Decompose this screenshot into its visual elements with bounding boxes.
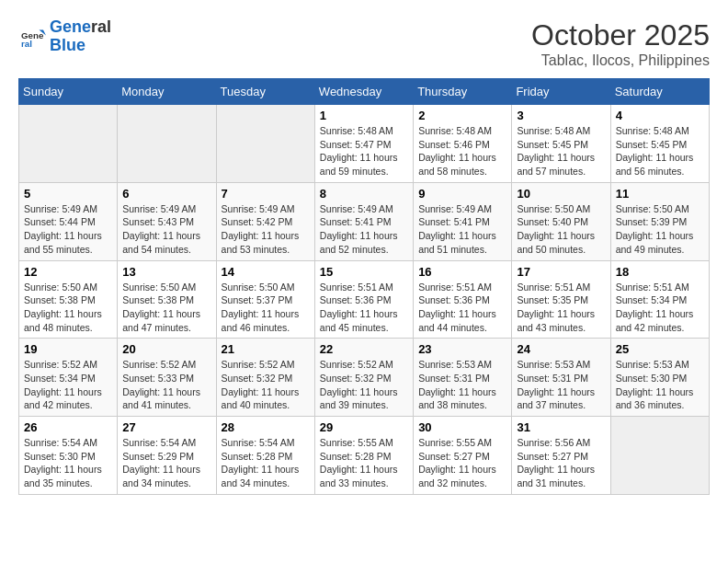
day-info: Sunrise: 5:50 AM Sunset: 5:38 PM Dayligh… — [122, 281, 210, 335]
calendar-cell: 16Sunrise: 5:51 AM Sunset: 5:36 PM Dayli… — [414, 260, 512, 339]
calendar-cell — [216, 105, 314, 183]
day-info: Sunrise: 5:51 AM Sunset: 5:36 PM Dayligh… — [418, 281, 506, 335]
day-number: 4 — [616, 109, 704, 122]
calendar-cell: 13Sunrise: 5:50 AM Sunset: 5:38 PM Dayli… — [118, 260, 216, 339]
day-info: Sunrise: 5:53 AM Sunset: 5:31 PM Dayligh… — [418, 358, 506, 412]
calendar-cell: 26Sunrise: 5:54 AM Sunset: 5:30 PM Dayli… — [19, 417, 118, 495]
calendar-cell: 7Sunrise: 5:49 AM Sunset: 5:42 PM Daylig… — [216, 182, 314, 260]
calendar-cell: 22Sunrise: 5:52 AM Sunset: 5:32 PM Dayli… — [314, 339, 413, 417]
day-info: Sunrise: 5:52 AM Sunset: 5:32 PM Dayligh… — [222, 358, 310, 412]
day-info: Sunrise: 5:50 AM Sunset: 5:38 PM Dayligh… — [24, 281, 112, 335]
day-info: Sunrise: 5:49 AM Sunset: 5:43 PM Dayligh… — [122, 202, 210, 257]
day-info: Sunrise: 5:50 AM Sunset: 5:37 PM Dayligh… — [222, 281, 310, 335]
calendar-cell — [118, 105, 216, 183]
logo-line2: Blue — [50, 37, 111, 55]
dow-header-friday: Friday — [512, 79, 610, 105]
calendar-cell: 28Sunrise: 5:54 AM Sunset: 5:28 PM Dayli… — [216, 417, 314, 495]
calendar-cell: 29Sunrise: 5:55 AM Sunset: 5:28 PM Dayli… — [314, 417, 413, 495]
day-number: 15 — [320, 265, 408, 279]
calendar-cell: 14Sunrise: 5:50 AM Sunset: 5:37 PM Dayli… — [216, 260, 314, 339]
svg-text:ral: ral — [21, 39, 32, 49]
day-info: Sunrise: 5:52 AM Sunset: 5:33 PM Dayligh… — [122, 358, 210, 412]
day-info: Sunrise: 5:50 AM Sunset: 5:40 PM Dayligh… — [517, 202, 605, 257]
location-subtitle: Tablac, Ilocos, Philippines — [531, 52, 710, 69]
day-number: 23 — [418, 342, 506, 356]
day-number: 7 — [222, 187, 310, 201]
day-info: Sunrise: 5:51 AM Sunset: 5:36 PM Dayligh… — [320, 281, 408, 335]
calendar-cell: 10Sunrise: 5:50 AM Sunset: 5:40 PM Dayli… — [512, 182, 610, 260]
day-number: 3 — [517, 109, 605, 122]
calendar-cell: 3Sunrise: 5:48 AM Sunset: 5:45 PM Daylig… — [512, 105, 610, 183]
day-info: Sunrise: 5:54 AM Sunset: 5:28 PM Dayligh… — [222, 436, 310, 490]
day-info: Sunrise: 5:51 AM Sunset: 5:35 PM Dayligh… — [517, 281, 605, 335]
calendar-cell: 9Sunrise: 5:49 AM Sunset: 5:41 PM Daylig… — [414, 182, 512, 260]
day-info: Sunrise: 5:52 AM Sunset: 5:32 PM Dayligh… — [320, 358, 408, 412]
day-info: Sunrise: 5:49 AM Sunset: 5:42 PM Dayligh… — [222, 202, 310, 257]
calendar-cell: 18Sunrise: 5:51 AM Sunset: 5:34 PM Dayli… — [610, 260, 709, 339]
calendar-cell: 19Sunrise: 5:52 AM Sunset: 5:34 PM Dayli… — [19, 339, 118, 417]
day-number: 11 — [616, 187, 704, 201]
dow-header-monday: Monday — [118, 79, 216, 105]
logo: Gene ral General Blue — [18, 18, 111, 55]
calendar-cell: 30Sunrise: 5:55 AM Sunset: 5:27 PM Dayli… — [414, 417, 512, 495]
day-info: Sunrise: 5:51 AM Sunset: 5:34 PM Dayligh… — [616, 281, 704, 335]
calendar-cell: 17Sunrise: 5:51 AM Sunset: 5:35 PM Dayli… — [512, 260, 610, 339]
day-info: Sunrise: 5:53 AM Sunset: 5:30 PM Dayligh… — [616, 358, 704, 412]
calendar-cell: 24Sunrise: 5:53 AM Sunset: 5:31 PM Dayli… — [512, 339, 610, 417]
day-number: 13 — [122, 265, 210, 279]
day-number: 16 — [418, 265, 506, 279]
calendar-table: SundayMondayTuesdayWednesdayThursdayFrid… — [18, 78, 710, 495]
day-number: 25 — [616, 342, 704, 356]
day-info: Sunrise: 5:52 AM Sunset: 5:34 PM Dayligh… — [24, 358, 112, 412]
day-number: 12 — [24, 265, 112, 279]
day-number: 28 — [222, 420, 310, 434]
calendar-cell: 27Sunrise: 5:54 AM Sunset: 5:29 PM Dayli… — [118, 417, 216, 495]
calendar-cell: 15Sunrise: 5:51 AM Sunset: 5:36 PM Dayli… — [314, 260, 413, 339]
day-number: 14 — [222, 265, 310, 279]
day-number: 1 — [320, 109, 408, 122]
day-info: Sunrise: 5:54 AM Sunset: 5:30 PM Dayligh… — [24, 436, 112, 490]
day-number: 22 — [320, 342, 408, 356]
page-header: Gene ral General Blue October 2025 Tabla… — [18, 18, 710, 69]
calendar-cell: 25Sunrise: 5:53 AM Sunset: 5:30 PM Dayli… — [610, 339, 709, 417]
day-info: Sunrise: 5:48 AM Sunset: 5:47 PM Dayligh… — [320, 124, 408, 178]
dow-header-tuesday: Tuesday — [216, 79, 314, 105]
title-block: October 2025 Tablac, Ilocos, Philippines — [531, 18, 710, 69]
day-number: 31 — [517, 420, 605, 434]
day-info: Sunrise: 5:49 AM Sunset: 5:44 PM Dayligh… — [24, 202, 112, 257]
day-number: 6 — [122, 187, 210, 201]
dow-header-saturday: Saturday — [610, 79, 709, 105]
calendar-cell — [610, 417, 709, 495]
calendar-cell: 2Sunrise: 5:48 AM Sunset: 5:46 PM Daylig… — [414, 105, 512, 183]
calendar-cell: 12Sunrise: 5:50 AM Sunset: 5:38 PM Dayli… — [19, 260, 118, 339]
calendar-cell: 23Sunrise: 5:53 AM Sunset: 5:31 PM Dayli… — [414, 339, 512, 417]
day-number: 17 — [517, 265, 605, 279]
calendar-cell: 1Sunrise: 5:48 AM Sunset: 5:47 PM Daylig… — [314, 105, 413, 183]
day-number: 10 — [517, 187, 605, 201]
day-info: Sunrise: 5:50 AM Sunset: 5:39 PM Dayligh… — [616, 202, 704, 257]
day-number: 18 — [616, 265, 704, 279]
day-number: 19 — [24, 342, 112, 356]
calendar-cell — [19, 105, 118, 183]
day-number: 30 — [418, 420, 506, 434]
calendar-cell: 20Sunrise: 5:52 AM Sunset: 5:33 PM Dayli… — [118, 339, 216, 417]
day-number: 29 — [320, 420, 408, 434]
day-info: Sunrise: 5:49 AM Sunset: 5:41 PM Dayligh… — [320, 202, 408, 257]
logo-line1: General — [50, 18, 111, 37]
day-info: Sunrise: 5:56 AM Sunset: 5:27 PM Dayligh… — [517, 436, 605, 490]
day-info: Sunrise: 5:53 AM Sunset: 5:31 PM Dayligh… — [517, 358, 605, 412]
day-number: 5 — [24, 187, 112, 201]
day-info: Sunrise: 5:55 AM Sunset: 5:28 PM Dayligh… — [320, 436, 408, 490]
calendar-cell: 8Sunrise: 5:49 AM Sunset: 5:41 PM Daylig… — [314, 182, 413, 260]
day-number: 2 — [418, 109, 506, 122]
day-number: 24 — [517, 342, 605, 356]
day-number: 8 — [320, 187, 408, 201]
day-info: Sunrise: 5:48 AM Sunset: 5:45 PM Dayligh… — [517, 124, 605, 178]
logo-icon: Gene ral — [18, 23, 46, 51]
day-number: 21 — [222, 342, 310, 356]
calendar-cell: 31Sunrise: 5:56 AM Sunset: 5:27 PM Dayli… — [512, 417, 610, 495]
day-info: Sunrise: 5:48 AM Sunset: 5:45 PM Dayligh… — [616, 124, 704, 178]
calendar-cell: 5Sunrise: 5:49 AM Sunset: 5:44 PM Daylig… — [19, 182, 118, 260]
day-number: 27 — [122, 420, 210, 434]
dow-header-thursday: Thursday — [414, 79, 512, 105]
